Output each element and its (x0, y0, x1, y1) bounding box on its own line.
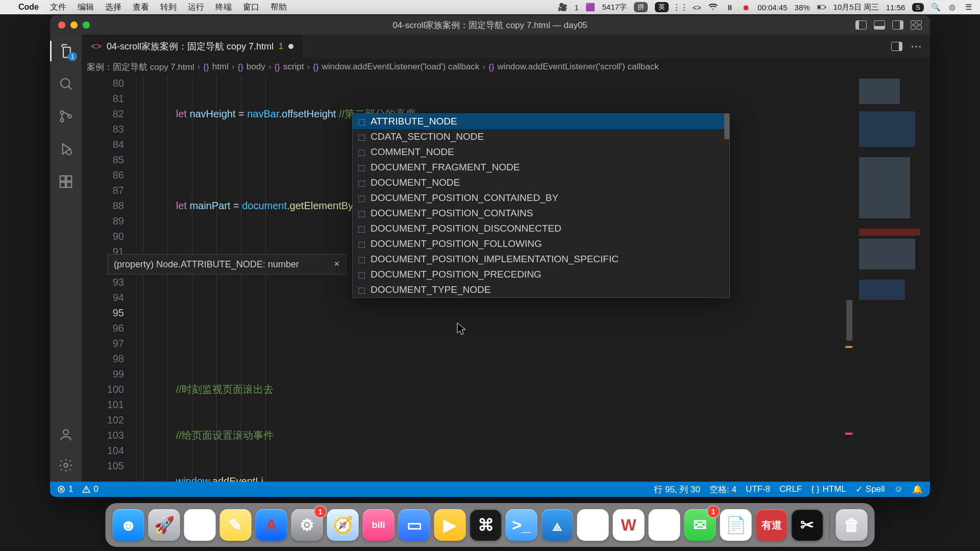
activity-search[interactable] (57, 74, 75, 93)
status-language[interactable]: { } HTML (811, 484, 846, 494)
status-dnd-icon[interactable]: ⏸ (725, 3, 734, 12)
intellisense-scrollbar[interactable] (724, 114, 729, 139)
layout-grid-icon[interactable] (911, 20, 922, 30)
dock-app-bilibili[interactable]: bili (363, 509, 395, 541)
intellisense-item[interactable]: ⬚DOCUMENT_POSITION_CONTAINS (353, 206, 729, 221)
app-name[interactable]: Code (18, 3, 39, 12)
intellisense-item[interactable]: ⬚DOCUMENT_POSITION_PRECEDING (353, 267, 729, 282)
dock-app-appstore[interactable]: A (256, 509, 287, 541)
status-indent[interactable]: 空格: 4 (709, 484, 737, 495)
code-line[interactable]: window.addEventLi (137, 473, 843, 482)
dock-app-wps[interactable]: W (613, 509, 645, 541)
activity-debug[interactable] (57, 140, 75, 158)
status-camera-icon[interactable]: 🎥 (558, 3, 567, 12)
breadcrumb-item[interactable]: 案例：固定导航 copy 7.html (87, 61, 194, 73)
toggle-right-panel-icon[interactable] (892, 20, 903, 30)
status-app-pill[interactable]: 英 (655, 2, 669, 12)
minimize-window-button[interactable] (70, 21, 78, 29)
dock-app-browser2[interactable]: ◐ (649, 509, 680, 541)
intellisense-item[interactable]: ⬚DOCUMENT_POSITION_FOLLOWING (353, 236, 729, 252)
close-icon[interactable]: × (334, 259, 339, 269)
intellisense-item[interactable]: ⬚ATTRIBUTE_NODE (353, 114, 729, 129)
activity-extensions[interactable] (57, 172, 75, 191)
breadcrumb-item[interactable]: window.addEventListener('load') callback (322, 62, 479, 72)
dock-app-textedit[interactable]: 📄 (720, 509, 752, 541)
status-feedback-icon[interactable]: ☺ (894, 484, 903, 494)
intellisense-item[interactable]: ⬚COMMENT_NODE (353, 144, 729, 160)
close-window-button[interactable] (58, 21, 65, 29)
titlebar[interactable]: 04-scroll家族案例：固定导航 copy 7.html — day05 (50, 15, 930, 35)
zoom-window-button[interactable] (83, 21, 90, 29)
menu-help[interactable]: 帮助 (271, 2, 287, 13)
activity-explorer[interactable]: 1 (57, 42, 75, 60)
breadcrumb-item[interactable]: window.addEventListener('scroll') callba… (497, 62, 658, 72)
dock-app-music[interactable]: ▶ (434, 509, 466, 541)
intellisense-item[interactable]: ⬚DOCUMENT_POSITION_CONTAINED_BY (353, 190, 729, 206)
status-spotlight-icon[interactable]: 🔍 (931, 3, 940, 12)
menu-go[interactable]: 转到 (160, 2, 177, 13)
dock-app-photos[interactable]: ✿ (184, 509, 216, 541)
menu-run[interactable]: 运行 (188, 2, 204, 13)
menu-window[interactable]: 窗口 (243, 2, 259, 13)
intellisense-popup[interactable]: ⬚ATTRIBUTE_NODE⬚CDATA_SECTION_NODE⬚COMME… (352, 113, 730, 298)
menu-file[interactable]: 文件 (50, 2, 66, 13)
status-lncol[interactable]: 行 95, 列 30 (654, 484, 700, 495)
intellisense-item[interactable]: ⬚CDATA_SECTION_NODE (353, 129, 729, 144)
status-code-icon[interactable]: <> (692, 3, 701, 12)
editor-scrollbar[interactable] (845, 76, 852, 482)
code-line[interactable]: //给页面设置滚动事件 (137, 428, 843, 443)
status-spell[interactable]: ✓ Spell (855, 484, 885, 495)
menu-view[interactable]: 查看 (133, 2, 149, 13)
menu-terminal[interactable]: 终端 (215, 2, 232, 13)
intellisense-item[interactable]: ⬚DOCUMENT_POSITION_DISCONNECTED (353, 221, 729, 236)
dock-app-terminal[interactable]: >_ (506, 509, 537, 541)
status-battery-icon[interactable] (817, 3, 826, 12)
dock-app-chrome[interactable]: ◉ (577, 509, 609, 541)
breadcrumb-item[interactable]: html (212, 62, 229, 72)
breadcrumb-item[interactable]: script (283, 62, 304, 72)
dock-app-finder[interactable]: ☻ (113, 509, 144, 541)
editor-more-icon[interactable] (911, 40, 922, 53)
dock-trash[interactable]: 🗑 (836, 509, 868, 541)
intellisense-item[interactable]: ⬚DOCUMENT_POSITION_IMPLEMENTATION_SPECIF… (353, 252, 729, 267)
minimap[interactable] (853, 76, 930, 482)
activity-settings[interactable] (57, 456, 75, 474)
status-sogou-icon[interactable]: 🟪 (586, 3, 595, 12)
status-encoding[interactable]: UTF-8 (746, 484, 770, 494)
dock-app-zoom[interactable]: ▭ (399, 509, 430, 541)
status-siri-icon[interactable]: ◎ (947, 3, 957, 12)
dock-app-youdao[interactable]: 有道 (756, 509, 788, 541)
dock-app-safari[interactable]: 🧭 (327, 509, 359, 541)
status-eol[interactable]: CRLF (779, 484, 802, 494)
breadcrumbs[interactable]: 案例：固定导航 copy 7.html› {}html› {}body› {}s… (82, 58, 930, 76)
status-record-icon[interactable]: ⏺ (741, 3, 750, 12)
activity-account[interactable] (57, 425, 75, 444)
code-editor[interactable]: 8081828384858687888990919293949596979899… (82, 76, 930, 482)
status-warnings[interactable]: 0 (82, 484, 98, 494)
dock-app-launchpad[interactable]: 🚀 (149, 509, 180, 541)
breadcrumb-item[interactable]: body (247, 62, 265, 72)
intellisense-item[interactable]: ⬚DOCUMENT_FRAGMENT_NODE (353, 160, 729, 175)
dock-app-notes[interactable]: ✎ (220, 509, 252, 541)
menu-select[interactable]: 选择 (105, 2, 121, 13)
status-wifi-icon[interactable] (708, 3, 718, 12)
dock-app-wechat[interactable]: ✉1 (684, 509, 716, 541)
dock-app-settings[interactable]: ⚙1 (291, 509, 323, 541)
activity-scm[interactable] (57, 107, 75, 126)
menu-edit[interactable]: 编辑 (78, 2, 94, 13)
toggle-left-panel-icon[interactable] (855, 20, 867, 30)
editor-tab-active[interactable]: <> 04-scroll家族案例：固定导航 copy 7.html 1 (82, 35, 303, 58)
intellisense-item[interactable]: ⬚DOCUMENT_TYPE_NODE (353, 282, 729, 297)
status-bt-icon[interactable]: ⋮⋮ (676, 3, 685, 12)
code-line[interactable] (137, 336, 843, 351)
status-control-center-icon[interactable]: ☰ (964, 3, 973, 12)
dock-app-capcut[interactable]: ✂ (792, 509, 823, 541)
status-errors[interactable]: 1 (57, 484, 73, 494)
toggle-bottom-panel-icon[interactable] (874, 20, 885, 30)
status-sogou-s[interactable]: S (912, 3, 924, 12)
dock-app-gpt[interactable]: ⌘ (470, 509, 502, 541)
split-editor-icon[interactable] (891, 42, 902, 51)
dock-app-vscode[interactable]: ⟁ (542, 509, 573, 541)
status-bell-icon[interactable]: 🔔 (912, 484, 923, 495)
intellisense-item[interactable]: ⬚DOCUMENT_NODE (353, 175, 729, 190)
